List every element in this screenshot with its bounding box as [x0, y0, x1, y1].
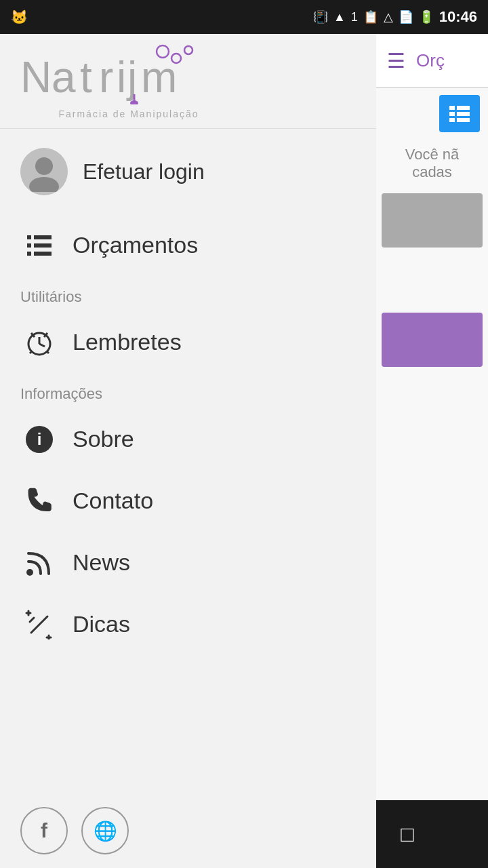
logo-svg-area: N a t r i j m — [20, 43, 237, 107]
user-row[interactable]: Efetuar login — [0, 129, 376, 214]
logo-wrapper: N a t r i j m — [20, 43, 237, 119]
social-row: f 🌐 — [0, 793, 376, 868]
news-label: News — [73, 549, 130, 576]
status-right: 📳 ▲ 1 📋 △ 📄 🔋 10:46 — [313, 8, 477, 26]
svg-rect-17 — [34, 243, 52, 248]
svg-line-26 — [47, 351, 49, 353]
svg-rect-15 — [34, 235, 52, 239]
svg-text:t: t — [80, 53, 92, 102]
status-time: 10:46 — [439, 8, 477, 26]
svg-point-2 — [184, 46, 192, 54]
magic-icon — [20, 606, 58, 643]
svg-rect-38 — [449, 112, 455, 116]
right-panel: ☰ Orç Você nã cadas — [376, 34, 488, 868]
menu-item-news[interactable]: News — [0, 532, 376, 593]
list-view-button[interactable] — [439, 95, 480, 132]
status-bar: 🐱 📳 ▲ 1 📋 △ 📄 🔋 10:46 — [0, 0, 488, 34]
status-cat-icon: 🐱 — [11, 9, 28, 25]
login-label: Efetuar login — [83, 159, 205, 184]
menu-item-orcamentos[interactable]: Orçamentos — [0, 214, 376, 276]
right-content: Você nã cadas — [376, 132, 488, 868]
battery-icon: 🔋 — [419, 9, 434, 24]
svg-rect-37 — [457, 106, 470, 110]
signal2-icon: △ — [384, 9, 393, 24]
sobre-label: Sobre — [73, 426, 134, 452]
svg-rect-16 — [27, 243, 31, 248]
svg-text:N: N — [20, 53, 50, 102]
facebook-icon: f — [41, 819, 47, 842]
svg-text:i: i — [37, 430, 41, 448]
list-button-row — [376, 88, 488, 132]
svg-line-25 — [30, 351, 32, 353]
menu-item-lembretes[interactable]: Lembretes — [0, 311, 376, 373]
lembretes-label: Lembretes — [73, 329, 182, 355]
signal1-icon: 1 — [351, 10, 358, 24]
status-left: 🐱 — [11, 9, 32, 25]
logo-area: N a t r i j m — [0, 34, 376, 129]
menu-item-sobre[interactable]: i Sobre — [0, 408, 376, 470]
phone-icon — [20, 482, 58, 519]
svg-text:i: i — [117, 53, 126, 102]
sim1-icon: 📋 — [363, 9, 378, 24]
drawer: N a t r i j m — [0, 34, 376, 868]
gray-card — [382, 193, 483, 248]
facebook-button[interactable]: f — [20, 807, 68, 854]
info-icon: i — [20, 420, 58, 458]
empty-text: Você nã cadas — [382, 139, 483, 188]
svg-rect-18 — [27, 252, 31, 256]
svg-point-13 — [29, 177, 59, 192]
svg-rect-39 — [457, 112, 470, 116]
svg-text:a: a — [52, 53, 76, 102]
svg-line-31 — [30, 618, 34, 622]
svg-rect-41 — [457, 118, 470, 122]
svg-point-12 — [35, 157, 53, 175]
svg-rect-36 — [449, 106, 455, 110]
avatar — [20, 148, 68, 195]
list-icon — [20, 226, 58, 264]
svg-rect-14 — [27, 235, 31, 239]
menu-item-contato[interactable]: Contato — [0, 470, 376, 532]
recent-button[interactable]: □ — [401, 822, 413, 847]
svg-text:m: m — [141, 53, 177, 102]
website-button[interactable]: 🌐 — [81, 807, 129, 854]
right-header: ☰ Orç — [376, 34, 488, 88]
svg-rect-40 — [449, 118, 455, 122]
dicas-label: Dicas — [73, 611, 130, 637]
logo-subtitle: Farmácia de Manipulação — [58, 108, 199, 119]
svg-text:r: r — [99, 53, 113, 102]
hamburger-icon[interactable]: ☰ — [387, 49, 405, 73]
vibrate-icon: 📳 — [313, 9, 328, 24]
menu-item-dicas[interactable]: Dicas — [0, 593, 376, 655]
screen: N a t r i j m — [0, 34, 488, 868]
spacer — [382, 253, 483, 307]
svg-point-29 — [26, 569, 33, 576]
globe-icon: 🌐 — [94, 820, 117, 842]
sim2-icon: 📄 — [399, 9, 413, 24]
svg-rect-19 — [34, 252, 52, 256]
list-view-icon — [449, 104, 470, 123]
rss-icon — [20, 544, 58, 581]
purple-card — [382, 313, 483, 367]
clock-icon — [20, 323, 58, 361]
avatar-icon — [24, 151, 64, 192]
wifi-icon: ▲ — [333, 10, 346, 24]
svg-line-22 — [39, 344, 45, 347]
utilitarios-header: Utilitários — [0, 276, 376, 311]
informacoes-header: Informações — [0, 373, 376, 408]
logo-svg: N a t r i j m — [20, 43, 237, 104]
org-text: Orç — [416, 50, 445, 71]
svg-text:j: j — [126, 53, 137, 102]
orcamentos-label: Orçamentos — [73, 232, 198, 258]
contato-label: Contato — [73, 488, 153, 514]
